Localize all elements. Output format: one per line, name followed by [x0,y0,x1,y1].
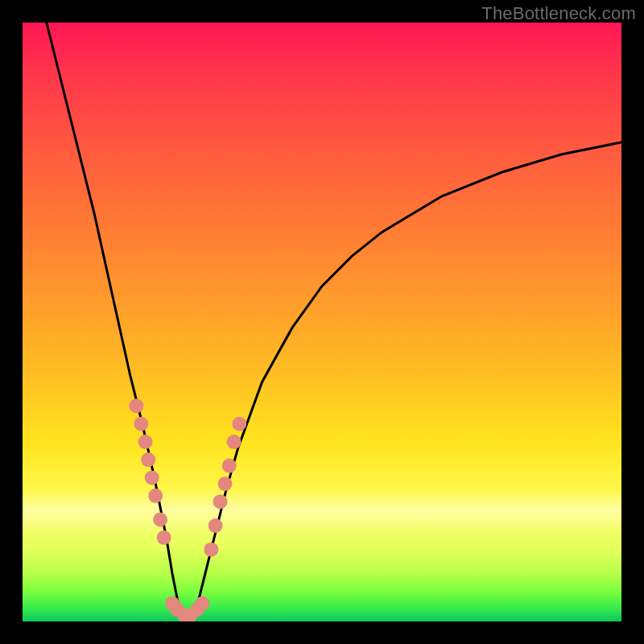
scatter-dot [170,602,184,617]
scatter-dot [232,417,246,431]
scatter-dot [148,489,163,503]
scatter-dot [208,518,223,533]
scatter-dot [153,513,167,527]
plot-area [23,23,621,621]
scatter-overlay [129,398,246,621]
curve-layer [23,23,621,621]
scatter-dot [227,435,242,449]
scatter-dot [222,459,237,473]
scatter-dot [204,543,218,557]
scatter-dot [129,398,143,413]
scatter-dot [190,602,204,617]
bottleneck-curve [47,23,621,621]
scatter-dot [134,417,148,431]
scatter-dot [157,530,171,545]
scatter-dot [177,609,192,621]
scatter-dot [195,597,209,611]
scatter-dot [183,609,197,621]
scatter-dot [213,494,228,509]
scatter-dot [165,597,180,611]
chart-frame: TheBottleneck.com [0,0,644,644]
highlight-band [23,489,621,531]
scatter-dot [145,470,159,485]
attribution-text: TheBottleneck.com [481,3,636,24]
scatter-dot [141,452,155,467]
scatter-dot [138,435,153,449]
scatter-dot [218,477,233,491]
